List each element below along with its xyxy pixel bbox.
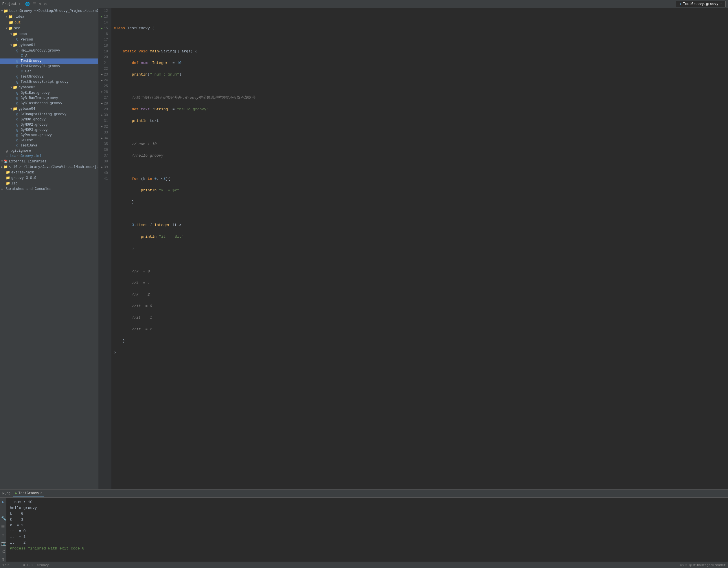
sidebar-item-root[interactable]: ▼ 📁 LearnGroovy ~/Desktop/Groovy_Project… bbox=[0, 8, 98, 14]
sidebar-item-src[interactable]: ▼ 📁 src bbox=[0, 25, 98, 31]
sidebar-item-out[interactable]: 📁 out bbox=[0, 20, 98, 25]
run-print-button[interactable]: 🖨 bbox=[1, 549, 6, 555]
tab-close-button[interactable]: × bbox=[720, 2, 722, 5]
bean-folder-icon: 📁 bbox=[13, 32, 17, 36]
gymop3-icon: g bbox=[16, 128, 18, 132]
code-line-16: def num :Integer = 10 bbox=[114, 60, 726, 66]
line-40: 40 bbox=[101, 170, 109, 176]
code-line-13: class TestGroovy { bbox=[114, 25, 726, 31]
code-line-19: //除了每行代码不用加分号外，Groovy中函数调用的时候还可以不加括号 bbox=[114, 95, 726, 101]
run-play-button[interactable]: ▶ bbox=[1, 499, 6, 505]
sidebar-item-gybibaotemp[interactable]: g GyBiBaoTemp.groovy bbox=[0, 95, 98, 101]
sidebar-item-gybase01[interactable]: ▼ 📁 gybase01 bbox=[0, 42, 98, 48]
testgroovy01-label: TestGroovy01.groovy bbox=[21, 64, 60, 68]
bookmark-23: ◆ bbox=[101, 72, 102, 78]
sidebar-item-jdk16[interactable]: ▶ 📁 < 16 > /Library/Java/JavaVirtualMach… bbox=[0, 164, 98, 170]
arrows-icon[interactable]: ⇅ bbox=[39, 2, 41, 6]
minimize-icon[interactable]: — bbox=[49, 2, 52, 6]
sidebar-item-gymop3[interactable]: g GyMOP3.groovy bbox=[0, 127, 98, 133]
statusbar-language: Groovy bbox=[37, 563, 49, 567]
code-line-36: //k = 2 bbox=[114, 292, 726, 298]
run-tab-close-button[interactable]: × bbox=[40, 492, 42, 495]
sidebar-item-gyperson[interactable]: g GyPerson.groovy bbox=[0, 133, 98, 138]
sidebar-item-lib[interactable]: 📁 lib bbox=[0, 181, 98, 186]
sidebar-item-testgroovy01[interactable]: g TestGroovy01.groovy bbox=[0, 64, 98, 69]
gybase04-folder-icon: 📁 bbox=[13, 106, 17, 111]
output-line-process: Process finished with exit code 0 bbox=[10, 546, 725, 552]
line-26: ◆ 26 bbox=[101, 89, 109, 95]
run-trash-button[interactable]: 🗑 bbox=[1, 557, 6, 562]
project-dropdown-icon[interactable]: ▾ bbox=[19, 2, 21, 6]
car-class-icon: C bbox=[21, 69, 23, 73]
sidebar-item-gitignore[interactable]: g .gitignore bbox=[0, 148, 98, 153]
project-sidebar: ▼ 📁 LearnGroovy ~/Desktop/Groovy_Project… bbox=[0, 8, 98, 489]
car-label: Car bbox=[25, 69, 32, 73]
sidebar-item-iml[interactable]: i LearnGroovy.iml bbox=[0, 153, 98, 159]
globe-icon[interactable]: 🌐 bbox=[25, 2, 30, 6]
root-arrow: ▼ bbox=[1, 10, 3, 13]
code-line-22 bbox=[114, 130, 726, 135]
gytest-label: GYTest bbox=[21, 138, 33, 142]
testgroovy2-label: TestGroovy2 bbox=[21, 75, 43, 79]
run-down-button[interactable]: ↓ bbox=[1, 507, 6, 513]
sidebar-item-gymop[interactable]: g GyMOP.groovy bbox=[0, 117, 98, 122]
sidebar-item-scratches[interactable]: ✏ Scratches and Consoles bbox=[0, 186, 98, 192]
sidebar-item-gyclassmethod[interactable]: g GyClassMethod.groovy bbox=[0, 101, 98, 106]
run-wrench-button[interactable]: 🔧 bbox=[1, 515, 6, 521]
code-line-37: //it = 0 bbox=[114, 304, 726, 309]
gybase02-label: gybase02 bbox=[19, 85, 35, 89]
code-editor[interactable]: 12 ▶ 13 14 ▶ 15 16 17 18 19 20 21 22 ◆ 2… bbox=[98, 8, 728, 489]
sidebar-item-person[interactable]: C Person bbox=[0, 37, 98, 42]
lib-label: lib bbox=[11, 181, 18, 185]
sidebar-item-testjava[interactable]: g TestJava bbox=[0, 143, 98, 148]
bookmark-32: ◆ bbox=[101, 124, 102, 130]
sidebar-item-gymop2[interactable]: g GyMOP2.groovy bbox=[0, 122, 98, 127]
sidebar-item-testgroovyscript[interactable]: g TestGroovyScript.groovy bbox=[0, 79, 98, 84]
src-label: src bbox=[14, 26, 20, 30]
sidebar-item-groovy309[interactable]: 📁 groovy-3.0.9 bbox=[0, 175, 98, 181]
scratches-icon: ✏ bbox=[1, 187, 3, 191]
gyclassmethod-icon: g bbox=[16, 101, 18, 105]
code-line-32: } bbox=[114, 245, 726, 251]
run-panel: Run: ▶ TestGroovy × ▶ ↓ 🔧 ☰ ⊞ 📷 🖨 🗑 📌 nu… bbox=[0, 489, 728, 562]
list-icon[interactable]: ☰ bbox=[33, 2, 36, 6]
sidebar-item-gybibao[interactable]: g GyBiBao.groovy bbox=[0, 90, 98, 95]
code-line-30: 3.times { Integer it-> bbox=[114, 222, 726, 228]
run-arrow-13[interactable]: ▶ bbox=[101, 14, 103, 20]
sidebar-item-hellowgroovy[interactable]: g HellowGroovy.groovy bbox=[0, 48, 98, 53]
run-output-wrapper: ▶ ↓ 🔧 ☰ ⊞ 📷 🖨 🗑 📌 num : 10 hello groovy … bbox=[0, 498, 728, 562]
active-tab[interactable]: ● TestGroovy.groovy × bbox=[676, 1, 726, 7]
gybase01-arrow: ▼ bbox=[10, 44, 12, 47]
main-area: ▼ 📁 LearnGroovy ~/Desktop/Groovy_Project… bbox=[0, 8, 728, 489]
run-table-button[interactable]: ⊞ bbox=[1, 532, 6, 538]
sidebar-item-gybase04[interactable]: ▼ 📁 gybase04 bbox=[0, 106, 98, 112]
code-line-18 bbox=[114, 83, 726, 89]
run-camera-button[interactable]: 📷 bbox=[1, 541, 6, 547]
sidebar-item-testgroovy[interactable]: g TestGroovy bbox=[0, 58, 98, 64]
line-31: 31 bbox=[101, 118, 109, 124]
project-icon: 📁 bbox=[3, 9, 8, 13]
code-line-21: println text bbox=[114, 118, 726, 124]
code-line-34: //k = 0 bbox=[114, 268, 726, 274]
line-38: 38 bbox=[101, 159, 109, 164]
sidebar-item-a[interactable]: C A bbox=[0, 53, 98, 58]
run-arrow-15[interactable]: ▶ bbox=[101, 25, 103, 31]
run-list-button[interactable]: ☰ bbox=[1, 524, 6, 530]
sidebar-item-testgroovy2[interactable]: g TestGroovy2 bbox=[0, 74, 98, 79]
run-tab-testgroovy[interactable]: ▶ TestGroovy × bbox=[13, 491, 45, 497]
sidebar-item-gybase02[interactable]: ▼ 📁 gybase02 bbox=[0, 84, 98, 90]
bookmark-39: ◆ bbox=[101, 164, 102, 170]
sidebar-item-gytest[interactable]: g GYTest bbox=[0, 138, 98, 143]
line-18: 18 bbox=[101, 43, 109, 49]
sidebar-item-idea[interactable]: ▶ 📁 .idea bbox=[0, 14, 98, 20]
gear-icon[interactable]: ⚙ bbox=[44, 2, 47, 6]
sidebar-item-extlibs[interactable]: ▼ 📚 External Libraries bbox=[0, 159, 98, 164]
sidebar-item-bean[interactable]: ▼ 📁 bean bbox=[0, 31, 98, 37]
sidebar-item-gydongtai[interactable]: g GYDongtaiTeXing.groovy bbox=[0, 112, 98, 117]
person-label: Person bbox=[21, 38, 33, 42]
code-line-35: //k = 1 bbox=[114, 280, 726, 286]
gitignore-label: .gitignore bbox=[10, 149, 31, 153]
sidebar-item-extras-jaxb[interactable]: 📁 extras-jaxb bbox=[0, 170, 98, 175]
sidebar-item-car[interactable]: C Car bbox=[0, 69, 98, 74]
code-content[interactable]: class TestGroovy { static void main(Stri… bbox=[111, 8, 728, 489]
